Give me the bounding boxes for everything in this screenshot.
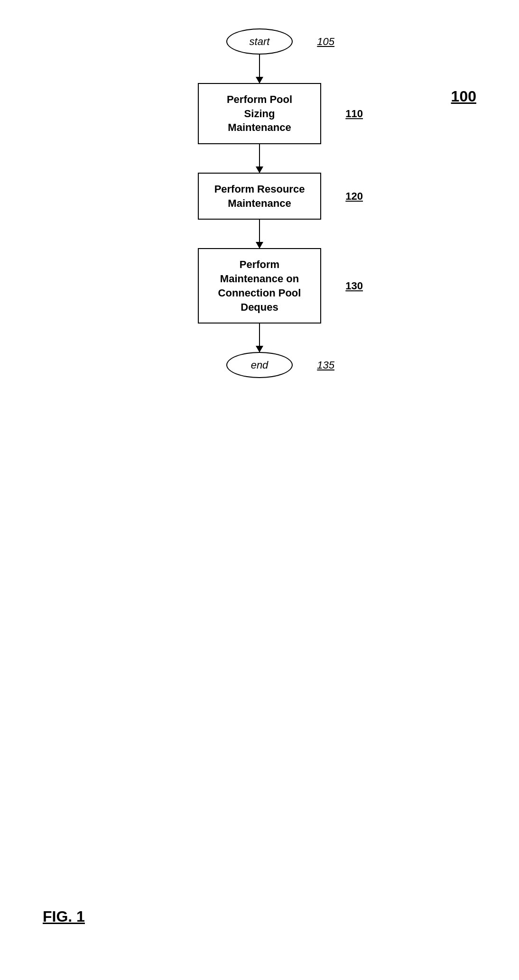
connector-4 — [259, 324, 260, 352]
diagram-number: 100 — [451, 88, 476, 105]
step-110: Perform PoolSizingMaintenance 110 — [198, 83, 321, 144]
step-120-label: Perform ResourceMaintenance — [214, 182, 305, 210]
step-130: PerformMaintenance onConnection PoolDequ… — [198, 248, 321, 324]
step-110-label: Perform PoolSizingMaintenance — [227, 92, 292, 135]
connector-1 — [259, 55, 260, 83]
step-120: Perform ResourceMaintenance 120 — [198, 173, 321, 220]
end-label: end — [251, 359, 269, 371]
diagram-container: 100 start 105 Perform PoolSizingMaintena… — [0, 0, 519, 980]
step-120-id: 120 — [345, 189, 363, 203]
connector-2 — [259, 144, 260, 173]
step-130-id: 130 — [345, 279, 363, 293]
connector-3 — [259, 220, 260, 248]
start-node: start 105 — [226, 28, 293, 55]
start-node-id: 105 — [317, 36, 334, 48]
end-node-id: 135 — [317, 359, 334, 371]
step-110-id: 110 — [345, 107, 363, 121]
flowchart: start 105 Perform PoolSizingMaintenance … — [184, 28, 335, 378]
start-label: start — [250, 36, 270, 48]
end-node: end 135 — [226, 352, 293, 378]
figure-label: FIG. 1 — [43, 908, 85, 925]
step-130-label: PerformMaintenance onConnection PoolDequ… — [218, 258, 301, 314]
